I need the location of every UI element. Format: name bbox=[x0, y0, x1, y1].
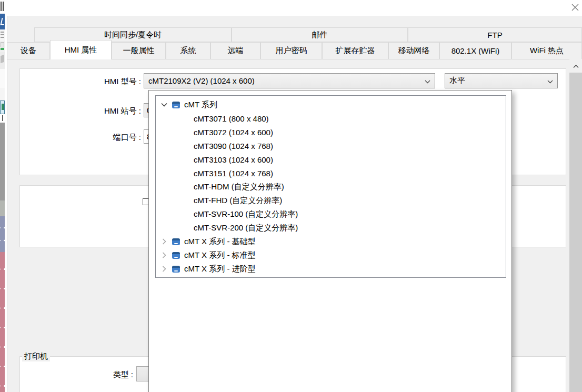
tree-item[interactable]: cMT3103 (1024 x 600) bbox=[156, 153, 506, 166]
tree-item[interactable]: cMT X 系列 - 进阶型 bbox=[156, 262, 506, 276]
tab-general-attributes[interactable]: 一般属性 bbox=[112, 42, 166, 59]
bg-app-list-icon bbox=[0, 29, 5, 41]
bg-app-glyph-fragment bbox=[0, 0, 5, 14]
scrollbar-up-button[interactable] bbox=[569, 59, 582, 72]
tab-cellular-network[interactable]: 移动网络 bbox=[388, 42, 439, 59]
tab-8021x-wifi[interactable]: 802.1X (WiFi) bbox=[439, 42, 511, 59]
tab-remote[interactable]: 远端 bbox=[210, 42, 260, 59]
tree-item-label: cMT3090 (1024 x 768) bbox=[194, 142, 273, 150]
hmi-device-icon bbox=[172, 102, 180, 108]
orientation-value: 水平 bbox=[449, 76, 547, 86]
chevron-expanded-icon[interactable] bbox=[160, 103, 168, 107]
tree-item[interactable]: cMT3090 (1024 x 768) bbox=[156, 139, 506, 153]
tree-item[interactable]: cMT-SVR-200 (自定义分辨率) bbox=[156, 221, 506, 235]
tree-item-label: cMT3103 (1024 x 600) bbox=[194, 155, 273, 164]
tree-item-label: cMT 系列 bbox=[184, 100, 217, 110]
bg-app-blue-button bbox=[0, 14, 5, 29]
tree-item-label: cMT3072 (1024 x 600) bbox=[194, 128, 273, 137]
bg-app-tool-icon bbox=[0, 52, 5, 69]
tab-wifi-hotspot[interactable]: WiFi 热点 bbox=[511, 42, 582, 59]
scrollbar-thumb[interactable] bbox=[569, 73, 582, 392]
bg-app-canvas-rose bbox=[0, 252, 5, 392]
tab-extended-memory[interactable]: 扩展存贮器 bbox=[322, 42, 388, 59]
tree-item-label: cMT X 系列 - 基础型 bbox=[184, 237, 256, 247]
tree-item[interactable]: cMT3072 (1024 x 600) bbox=[156, 125, 506, 139]
tree-item[interactable]: cMT-FHD (自定义分辨率) bbox=[156, 194, 506, 207]
chevron-collapsed-icon[interactable] bbox=[160, 266, 168, 272]
background-app-sliver bbox=[0, 0, 7, 392]
tab-ftp[interactable]: FTP bbox=[408, 27, 582, 42]
hmi-model-tree: cMT 系列cMT3071 (800 x 480)cMT3072 (1024 x… bbox=[155, 95, 506, 278]
hmi-model-combobox[interactable]: cMT2109X2 (V2) (1024 x 600) bbox=[144, 73, 435, 88]
bg-app-cursor-icon bbox=[0, 114, 5, 123]
tree-item[interactable]: cMT3151 (1024 x 768) bbox=[156, 166, 506, 180]
chevron-down-icon bbox=[547, 76, 553, 85]
printer-group-label: 打印机 bbox=[22, 351, 50, 361]
hmi-model-value: cMT2109X2 (V2) (1024 x 600) bbox=[148, 76, 425, 85]
chevron-collapsed-icon[interactable] bbox=[160, 252, 168, 258]
port-label: 端口号 : bbox=[36, 133, 141, 143]
tree-item[interactable]: cMT X 系列 - 基础型 bbox=[156, 235, 506, 248]
tree-item-label: cMT3071 (800 x 480) bbox=[194, 114, 269, 123]
tree-item-label: cMT3151 (1024 x 768) bbox=[194, 169, 273, 178]
hmi-model-dropdown-popup: cMT 系列cMT3071 (800 x 480)cMT3072 (1024 x… bbox=[148, 90, 512, 392]
bg-app-font-icon bbox=[0, 41, 5, 52]
tab-device[interactable]: 设备 bbox=[7, 42, 50, 59]
chevron-collapsed-icon[interactable] bbox=[160, 238, 168, 245]
bg-app-spacer bbox=[0, 88, 5, 100]
hmi-device-icon bbox=[172, 238, 180, 245]
tree-item[interactable]: cMT3071 (800 x 480) bbox=[156, 112, 506, 125]
dialog-titlebar bbox=[7, 0, 582, 16]
bg-app-selected-tool bbox=[0, 100, 5, 114]
tree-item-label: cMT-SVR-200 (自定义分辨率) bbox=[194, 223, 298, 233]
bg-app-gray-panel-2 bbox=[0, 200, 5, 216]
tab-mail[interactable]: 邮件 bbox=[232, 27, 408, 42]
printer-type-label: 类型 : bbox=[28, 370, 133, 380]
tree-item-label: cMT-FHD (自定义分辨率) bbox=[194, 196, 282, 206]
tab-system[interactable]: 系统 bbox=[166, 42, 210, 59]
orientation-combobox[interactable]: 水平 bbox=[445, 73, 558, 88]
tree-item[interactable]: cMT X 系列 - 标准型 bbox=[156, 248, 506, 262]
hmi-device-icon bbox=[172, 252, 180, 259]
chevron-down-icon bbox=[425, 76, 430, 85]
tree-item-label: cMT-HDM (自定义分辨率) bbox=[194, 182, 284, 192]
tab-user-password[interactable]: 用户密码 bbox=[260, 42, 322, 59]
bg-app-gray-panel bbox=[0, 123, 5, 200]
tree-item[interactable]: cMT 系列 bbox=[156, 98, 506, 112]
bg-app-canvas-slate bbox=[0, 216, 5, 252]
close-button[interactable] bbox=[569, 2, 581, 14]
vertical-scrollbar[interactable] bbox=[569, 59, 582, 392]
tab-hmi-attributes[interactable]: HMI 属性 bbox=[50, 40, 112, 59]
tree-item-label: cMT X 系列 - 标准型 bbox=[184, 250, 256, 260]
hmi-station-label: HMI 站号 : bbox=[36, 106, 141, 116]
close-icon bbox=[571, 4, 579, 13]
tree-item-label: cMT X 系列 - 进阶型 bbox=[184, 264, 256, 274]
chevron-up-icon bbox=[573, 61, 579, 70]
bg-app-pen-icon bbox=[0, 69, 5, 88]
tree-item[interactable]: cMT-HDM (自定义分辨率) bbox=[156, 180, 506, 194]
tree-item-label: cMT-SVR-100 (自定义分辨率) bbox=[194, 209, 298, 219]
hmi-device-icon bbox=[172, 266, 180, 273]
tree-item[interactable]: cMT-SVR-100 (自定义分辨率) bbox=[156, 207, 506, 221]
hmi-model-label: HMI 型号 : bbox=[36, 77, 141, 87]
